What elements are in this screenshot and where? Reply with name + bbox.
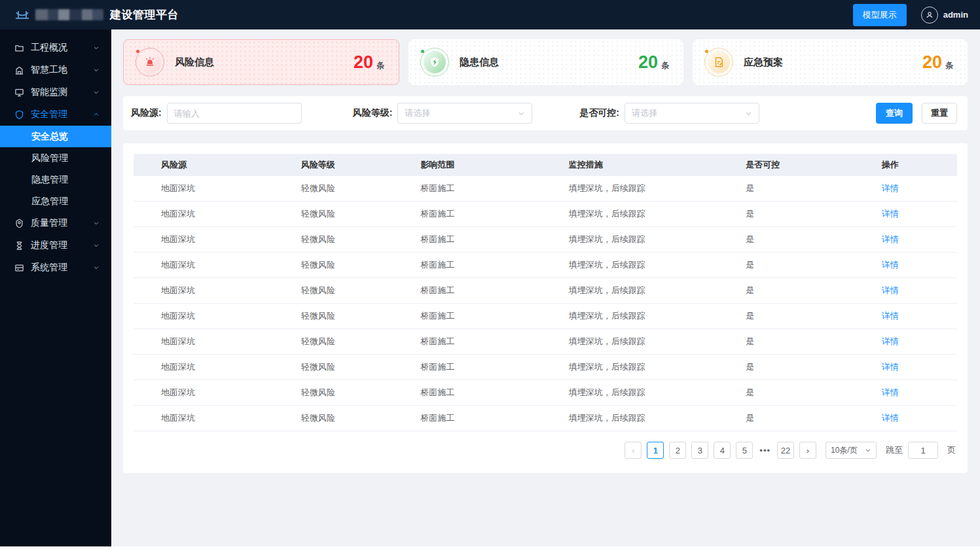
cell-controllable: 是: [718, 412, 854, 424]
cell-controllable: 是: [718, 310, 854, 322]
column-header: 是否可控: [718, 159, 854, 171]
sidebar-item-label: 进度管理: [31, 240, 67, 251]
column-header: 监控措施: [541, 159, 718, 171]
sidebar-item-quality-management[interactable]: 质量管理: [0, 212, 111, 234]
cell-risk-level: 轻微风险: [274, 336, 393, 347]
column-header: 影响范围: [393, 159, 541, 171]
card-unit: 条: [945, 60, 953, 71]
sidebar-subitem-safety-overview[interactable]: 安全总览: [0, 126, 111, 147]
monitor-icon: [14, 88, 24, 98]
detail-link[interactable]: 详情: [882, 209, 899, 219]
detail-link[interactable]: 详情: [882, 311, 899, 321]
top-header: 建设管理平台 模型展示 admin: [0, 0, 980, 29]
table-body: 地面深坑 轻微风险 桥面施工 填埋深坑，后续跟踪 是 详情 地面深坑 轻微风险 …: [134, 176, 957, 431]
column-header: 操作: [854, 159, 957, 171]
sidebar-item-label: 安全管理: [31, 109, 67, 120]
cell-risk-source: 地面深坑: [134, 361, 274, 373]
sidebar-item-project-overview[interactable]: 工程概况: [0, 37, 111, 59]
cell-risk-level: 轻微风险: [274, 412, 393, 424]
page-button-4[interactable]: 4: [714, 442, 731, 459]
chevron-down-icon: [745, 110, 752, 117]
detail-link[interactable]: 详情: [882, 413, 899, 423]
page-button-2[interactable]: 2: [669, 442, 686, 459]
table-row: 地面深坑 轻微风险 桥面施工 填埋深坑，后续跟踪 是 详情: [134, 278, 957, 304]
hazard-info-card[interactable]: 隐患信息 20 条: [408, 39, 683, 85]
sidebar-item-smart-monitoring[interactable]: 智能监测: [0, 81, 111, 103]
detail-link[interactable]: 详情: [882, 234, 899, 244]
chevron-down-icon: [93, 44, 100, 51]
sidebar-item-progress-management[interactable]: 进度管理: [0, 234, 111, 257]
cell-risk-level: 轻微风险: [274, 310, 393, 322]
user-menu[interactable]: admin: [921, 7, 968, 24]
detail-link[interactable]: 详情: [882, 336, 899, 346]
sidebar-item-safety-management[interactable]: 安全管理: [0, 103, 111, 126]
cell-monitoring: 填埋深坑，后续跟踪: [541, 234, 718, 245]
controllable-select[interactable]: 请选择: [625, 103, 759, 124]
cell-controllable: 是: [718, 361, 854, 373]
shield-icon: [14, 110, 24, 120]
risk-level-select[interactable]: 请选择: [397, 103, 532, 124]
table-header-row: 风险源 风险等级 影响范围 监控措施 是否可控 操作: [134, 154, 957, 176]
cell-monitoring: 填埋深坑，后续跟踪: [541, 259, 718, 271]
detail-link[interactable]: 详情: [882, 285, 899, 295]
page-button-1[interactable]: 1: [647, 442, 664, 459]
cell-risk-level: 轻微风险: [274, 234, 393, 245]
cell-risk-source: 地面深坑: [134, 183, 274, 194]
main-content: 风险信息 20 条 隐患信息: [111, 29, 980, 546]
detail-link[interactable]: 详情: [882, 260, 899, 270]
table-row: 地面深坑 轻微风险 桥面施工 填埋深坑，后续跟踪 是 详情: [134, 304, 957, 329]
page-button-3[interactable]: 3: [691, 442, 708, 459]
cell-impact-scope: 桥面施工: [393, 387, 541, 399]
sidebar-subitem-risk-management[interactable]: 风险管理: [0, 147, 111, 169]
cell-risk-source: 地面深坑: [134, 336, 274, 347]
chevron-down-icon: [93, 67, 100, 73]
column-header: 风险等级: [274, 159, 393, 171]
chevron-down-icon: [93, 242, 100, 249]
cell-controllable: 是: [718, 259, 854, 271]
detail-link[interactable]: 详情: [882, 362, 899, 372]
page-size-select[interactable]: 10条/页: [826, 442, 877, 459]
card-value: 20: [638, 52, 658, 73]
table-row: 地面深坑 轻微风险 桥面施工 填埋深坑，后续跟踪 是 详情: [134, 329, 957, 355]
table-row: 地面深坑 轻微风险 桥面施工 填埋深坑，后续跟踪 是 详情: [134, 227, 957, 253]
next-page-button[interactable]: ›: [799, 442, 816, 459]
cell-risk-level: 轻微风险: [274, 183, 393, 194]
cell-risk-level: 轻微风险: [274, 285, 393, 296]
cell-monitoring: 填埋深坑，后续跟踪: [541, 336, 718, 347]
pagination: ‹ 1 2 3 4 5 ••• 22 › 10条/页 跳至 页: [134, 431, 957, 467]
page-button-22[interactable]: 22: [777, 442, 794, 459]
table-row: 地面深坑 轻微风险 桥面施工 填埋深坑，后续跟踪 是 详情: [134, 406, 957, 431]
risk-table-panel: 风险源 风险等级 影响范围 监控措施 是否可控 操作 地面深坑 轻微风险 桥面施…: [123, 143, 968, 473]
prev-page-button[interactable]: ‹: [625, 442, 642, 459]
chevron-up-icon: [93, 111, 100, 118]
page-size-value: 10条/页: [831, 445, 858, 456]
column-header: 风险源: [134, 159, 274, 171]
card-value: 20: [922, 52, 942, 73]
card-value: 20: [354, 52, 373, 73]
page-button-5[interactable]: 5: [736, 442, 753, 459]
redacted-title-text: [35, 9, 103, 20]
card-unit: 条: [376, 60, 384, 71]
detail-link[interactable]: 详情: [882, 387, 899, 397]
detail-link[interactable]: 详情: [882, 183, 899, 193]
pagination-ellipsis: •••: [758, 446, 772, 455]
cell-impact-scope: 桥面施工: [393, 285, 541, 296]
cell-risk-source: 地面深坑: [134, 259, 274, 271]
cell-impact-scope: 桥面施工: [393, 183, 541, 194]
reset-button[interactable]: 重置: [922, 103, 957, 124]
sidebar-subitem-emergency-management[interactable]: 应急管理: [0, 190, 111, 212]
bottom-strip: [0, 546, 980, 551]
sidebar-subitem-hazard-management[interactable]: 隐患管理: [0, 169, 111, 190]
sidebar-item-smart-site[interactable]: 智慧工地: [0, 59, 111, 81]
model-display-button[interactable]: 模型展示: [853, 4, 907, 26]
search-button[interactable]: 查询: [876, 103, 913, 124]
cell-controllable: 是: [718, 387, 854, 399]
sidebar-item-label: 工程概况: [31, 42, 67, 54]
risk-source-input[interactable]: [167, 103, 302, 124]
risk-info-card[interactable]: 风险信息 20 条: [123, 39, 399, 85]
jump-page-input[interactable]: [908, 442, 938, 459]
system-icon: [14, 263, 24, 273]
emergency-plan-card[interactable]: 应急预案 20 条: [693, 39, 968, 85]
cell-monitoring: 填埋深坑，后续跟踪: [541, 285, 718, 296]
sidebar-item-system-management[interactable]: 系统管理: [0, 257, 111, 279]
